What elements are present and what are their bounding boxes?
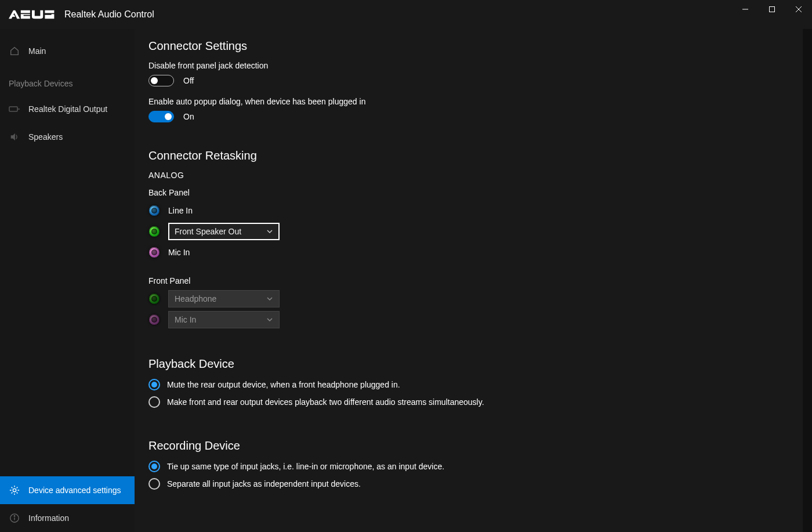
dropdown-value: Mic In: [175, 315, 196, 324]
radio-label: Tie up same type of input jacks, i.e. li…: [167, 462, 444, 471]
gear-icon: [9, 484, 20, 496]
digital-output-icon: [9, 103, 20, 115]
radio-label: Make front and rear output devices playb…: [167, 397, 484, 407]
toggle-status: On: [183, 112, 194, 121]
sidebar-item-digital-output[interactable]: Realtek Digital Output: [0, 95, 135, 123]
sidebar-item-label: Main: [28, 46, 46, 56]
minimize-button[interactable]: [732, 0, 759, 19]
subheading-analog: ANALOG: [148, 171, 812, 180]
sidebar-item-speakers[interactable]: Speakers: [0, 123, 135, 151]
titlebar: Realtek Audio Control: [0, 0, 812, 29]
section-title-recording-device: Recording Device: [148, 439, 812, 453]
sidebar-heading-playback: Playback Devices: [0, 65, 135, 95]
section-title-playback-device: Playback Device: [148, 357, 812, 371]
toggle-auto-popup[interactable]: [148, 111, 174, 122]
label-back-panel: Back Panel: [148, 188, 812, 197]
radio-separate-input-jacks[interactable]: [148, 478, 160, 490]
sidebar-item-main[interactable]: Main: [0, 37, 135, 65]
chevron-down-icon: [266, 316, 273, 323]
label-disable-front-jack: Disable front panel jack detection: [148, 61, 812, 70]
jack-icon-green-dim: [148, 293, 160, 305]
content-area: Connector Settings Disable front panel j…: [135, 29, 812, 532]
jack-icon-pink-dim: [148, 314, 160, 325]
speaker-icon: [9, 131, 20, 143]
jack-label-mic-in: Mic In: [168, 248, 190, 257]
jack-icon-blue: [148, 205, 160, 216]
sidebar-item-label: Device advanced settings: [28, 486, 121, 495]
app-title: Realtek Audio Control: [64, 9, 154, 20]
maximize-button[interactable]: [759, 0, 785, 19]
scrollbar[interactable]: [803, 29, 812, 532]
jack-label-line-in: Line In: [168, 206, 193, 215]
label-auto-popup: Enable auto popup dialog, when device ha…: [148, 97, 812, 106]
svg-point-6: [13, 488, 16, 491]
radio-mute-rear[interactable]: [148, 379, 160, 390]
chevron-down-icon: [266, 295, 273, 302]
info-icon: [9, 512, 20, 524]
toggle-status: Off: [183, 76, 194, 85]
sidebar-item-information[interactable]: Information: [0, 504, 135, 532]
sidebar: Main Playback Devices Realtek Digital Ou…: [0, 29, 135, 532]
jack-icon-pink: [148, 247, 160, 258]
dropdown-value: Front Speaker Out: [175, 227, 241, 236]
sidebar-item-label: Information: [28, 513, 69, 523]
radio-simultaneous-streams[interactable]: [148, 396, 160, 408]
asus-logo: [9, 8, 55, 21]
sidebar-item-label: Realtek Digital Output: [28, 104, 107, 114]
radio-label: Mute the rear output device, when a fron…: [167, 380, 400, 389]
svg-rect-4: [9, 107, 17, 111]
jack-icon-green: [148, 226, 160, 237]
sidebar-item-advanced-settings[interactable]: Device advanced settings: [0, 476, 135, 504]
home-icon: [9, 45, 20, 57]
sidebar-item-label: Speakers: [28, 132, 63, 142]
svg-rect-1: [770, 7, 775, 12]
chevron-down-icon: [266, 228, 273, 235]
label-front-panel: Front Panel: [148, 276, 812, 285]
dropdown-mic-in[interactable]: Mic In: [168, 311, 280, 328]
toggle-disable-front-jack[interactable]: [148, 75, 174, 86]
radio-label: Separate all input jacks as independent …: [167, 479, 361, 488]
window-controls: [732, 0, 812, 29]
dropdown-headphone[interactable]: Headphone: [168, 290, 280, 307]
dropdown-front-speaker-out[interactable]: Front Speaker Out: [168, 223, 280, 240]
section-title-connector-retasking: Connector Retasking: [148, 149, 812, 162]
dropdown-value: Headphone: [175, 294, 216, 303]
close-button[interactable]: [785, 0, 812, 19]
radio-tie-input-jacks[interactable]: [148, 461, 160, 472]
svg-point-9: [14, 516, 14, 516]
section-title-connector-settings: Connector Settings: [148, 39, 812, 53]
